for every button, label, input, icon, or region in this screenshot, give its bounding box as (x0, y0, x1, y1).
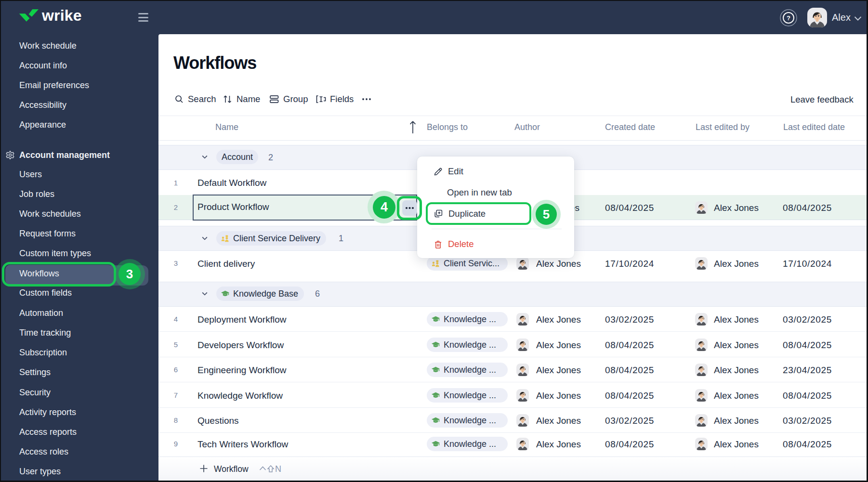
svg-text:?: ? (787, 14, 790, 22)
